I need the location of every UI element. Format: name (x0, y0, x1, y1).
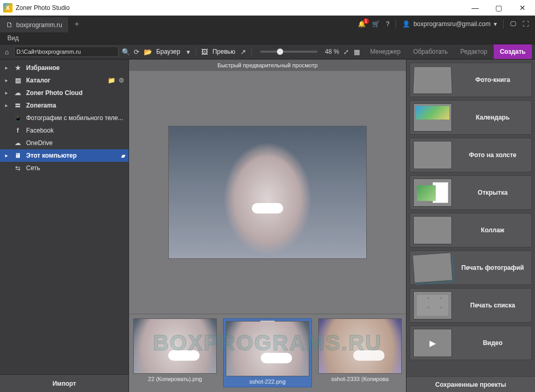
photo-book-icon (413, 66, 452, 94)
thumbnail-image (133, 318, 217, 374)
fit-icon[interactable]: ⤢ (342, 48, 350, 56)
create-option-canvas[interactable]: Фото на холсте (410, 138, 532, 172)
user-icon: 👤 (402, 20, 410, 28)
sidebar-item-mobile-photos[interactable]: 📱 Фотографии с мобильного теле... (0, 112, 129, 124)
zoom-slider-thumb[interactable] (277, 49, 283, 55)
toolbar: ⌂ D:\Сайт\boxprogramm.ru 🔍 ⟳ 📂 Браузер ▾… (0, 44, 535, 60)
create-option-label: Печать списка (457, 302, 528, 309)
tab-icon: 🗋 (6, 21, 13, 29)
refresh-icon[interactable]: ⟳ (133, 48, 141, 56)
menu-bar: Вид (0, 32, 535, 44)
create-option-photo-book[interactable]: Фото-книга (410, 63, 532, 97)
import-button[interactable]: Импорт (0, 374, 129, 392)
chevron-right-icon (5, 128, 9, 133)
create-option-label: Календарь (457, 114, 528, 121)
thumbnail-image (226, 321, 309, 376)
tab-label: boxprogramm.ru (16, 21, 62, 29)
chevron-right-icon: ▸ (5, 78, 9, 83)
mode-process[interactable]: Обработать (407, 44, 454, 59)
thumbnail-item[interactable]: 22 (Копировать).png (133, 318, 217, 382)
network-icon: ⇆ (14, 164, 22, 172)
zoom-slider[interactable] (260, 51, 318, 53)
calendar-icon (413, 103, 452, 132)
menu-view[interactable]: Вид (4, 33, 22, 43)
sidebar-item-label: Сеть (26, 164, 40, 172)
thumbnail-item[interactable]: sshot-2333 (Копирова (318, 318, 402, 382)
account-email: boxprogramsru@gmail.com (413, 20, 491, 28)
create-option-collage[interactable]: Коллаж (410, 213, 532, 247)
print-photos-icon (412, 252, 453, 283)
cart-button[interactable]: 🛒 (372, 20, 380, 28)
sidebar-item-label: Каталог (26, 77, 51, 84)
sidebar-item-zonerama[interactable]: ▸ 〓 Zonerama (0, 99, 129, 112)
window-maximize-button[interactable]: ▢ (487, 1, 510, 15)
video-icon (413, 329, 452, 357)
collage-icon (413, 216, 452, 244)
home-button[interactable]: ⌂ (3, 48, 11, 56)
notifications-button[interactable]: 🔔 1 (358, 20, 366, 28)
zonerama-icon: 〓 (14, 101, 22, 110)
app-logo-icon: X (3, 3, 13, 13)
sidebar-item-facebook[interactable]: f Facebook (0, 124, 129, 137)
search-icon[interactable]: 🔍 (122, 48, 130, 56)
sidebar-item-zoner-cloud[interactable]: ▸ ☁ Zoner Photo Cloud (0, 87, 129, 99)
new-tab-button[interactable]: ＋ (69, 16, 85, 32)
phone-icon: 📱 (14, 114, 22, 122)
folder-icon[interactable]: 📂 (144, 48, 152, 56)
catalog-icon: ▤ (14, 77, 22, 84)
create-option-print-list[interactable]: Печать списка (410, 288, 532, 323)
browser-mode[interactable]: Браузер (155, 48, 181, 55)
sidebar-item-onedrive[interactable]: ☁ OneDrive (0, 137, 129, 149)
help-button[interactable]: ? (386, 20, 390, 28)
preview-panel: Быстрый предварительный просмотр 22 (Коп… (129, 60, 406, 392)
sidebar-item-label: Zoner Photo Cloud (26, 89, 83, 97)
preview-header: Быстрый предварительный просмотр (129, 60, 406, 71)
folder-tree: ▸ ★ Избранное ▸ ▤ Каталог 📁⚙ ▸ ☁ Zoner P… (0, 60, 129, 374)
thumbnail-item[interactable]: sshot-222.png (223, 318, 312, 387)
chevron-right-icon: ▸ (5, 90, 9, 96)
window-close-button[interactable]: ✕ (510, 1, 534, 15)
gear-icon[interactable]: ⚙ (119, 77, 124, 84)
preview-area[interactable] (129, 71, 406, 314)
sidebar-item-label: Facebook (26, 127, 54, 134)
sidebar-item-this-computer[interactable]: ▸ 🖥 Этот компьютер ▴▾ (0, 149, 129, 162)
chevron-right-icon: ▸ (5, 153, 9, 158)
sidebar-item-catalog[interactable]: ▸ ▤ Каталог 📁⚙ (0, 74, 129, 87)
chevron-right-icon (5, 115, 9, 121)
create-option-calendar[interactable]: Календарь (410, 100, 532, 135)
facebook-icon: f (14, 127, 22, 134)
folder-add-icon[interactable]: 📁 (108, 77, 115, 84)
mode-manager[interactable]: Менеджер (364, 44, 406, 59)
star-icon: ★ (14, 64, 22, 72)
saved-projects-button[interactable]: Сохраненные проекты (406, 376, 535, 392)
create-option-label: Коллаж (457, 227, 528, 234)
popout-icon[interactable]: ↗ (239, 48, 247, 56)
cloud-icon: ☁ (14, 89, 22, 97)
grid-icon[interactable]: ▦ (353, 48, 361, 56)
sort-icon[interactable]: ▴▾ (121, 153, 124, 159)
preview-mode[interactable]: Превью (212, 48, 237, 55)
mode-create[interactable]: Создать (494, 44, 532, 59)
fullscreen-button[interactable]: ⛶ (522, 20, 529, 28)
document-tab[interactable]: 🗋 boxprogramm.ru (0, 17, 69, 32)
thumbnail-caption: 22 (Копировать).png (148, 376, 202, 382)
create-option-label: Фото на холсте (457, 151, 528, 159)
print-list-icon (413, 291, 452, 319)
chevron-right-icon: ▸ (5, 65, 9, 70)
create-option-label: Печать фотографий (457, 264, 528, 271)
window-minimize-button[interactable]: — (463, 1, 487, 15)
create-option-print-photos[interactable]: Печать фотографий (410, 251, 532, 285)
account-button[interactable]: 👤 boxprogramsru@gmail.com ▾ (402, 20, 497, 28)
postcard-icon (413, 179, 452, 207)
chevron-right-icon: ▸ (5, 103, 9, 108)
sidebar-item-favorites[interactable]: ▸ ★ Избранное (0, 62, 129, 74)
sidebar-item-label: Этот компьютер (26, 152, 77, 159)
sidebar-item-network[interactable]: ⇆ Сеть (0, 162, 129, 174)
create-option-video[interactable]: Видео (410, 326, 532, 360)
present-button[interactable]: 🖵 (510, 20, 516, 28)
chevron-down-icon[interactable]: ▾ (184, 48, 192, 56)
create-panel: Фото-книга Календарь Фото на холсте Откр… (406, 60, 535, 392)
path-input[interactable]: D:\Сайт\boxprogramm.ru (14, 46, 119, 57)
mode-editor[interactable]: Редактор (454, 44, 494, 59)
create-option-postcard[interactable]: Открытка (410, 175, 532, 210)
